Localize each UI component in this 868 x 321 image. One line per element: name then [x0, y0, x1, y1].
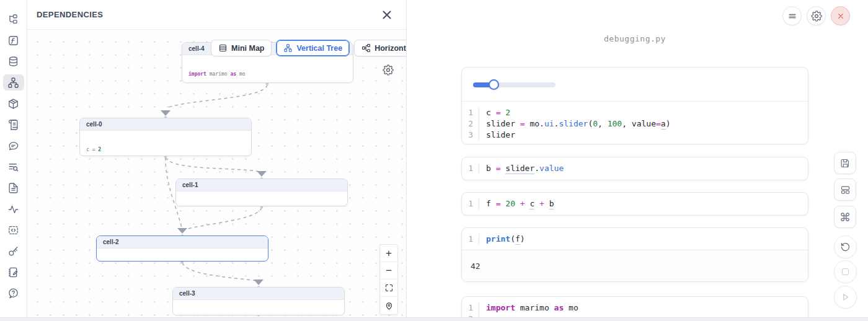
hamburger-menu-icon [787, 11, 797, 21]
code-line: 1print(f) [462, 234, 808, 245]
code-line: 2slider = mo.ui.slider(0, 100, value=a) [462, 118, 808, 130]
cell-output-slider [462, 68, 808, 102]
edge-cell2-cell3 [182, 263, 255, 281]
packages-icon[interactable] [3, 95, 24, 112]
close-icon [383, 11, 391, 19]
graph-settings-button[interactable] [381, 63, 396, 77]
plus-icon: + [386, 247, 392, 260]
graph-node-cell-1[interactable]: cell-1 b = slider.value [175, 178, 348, 206]
graph-code-line: c = 2 [86, 147, 245, 153]
mini-map-button[interactable]: Mini Map [211, 40, 272, 56]
stop-icon [842, 268, 849, 275]
graph-node-title: cell-3 [173, 288, 344, 300]
marimo-app: DEPENDENCIES [0, 0, 868, 321]
bottom-edge-strip [0, 317, 868, 321]
gear-icon [383, 64, 394, 76]
undo-icon [840, 242, 851, 252]
logs-scroll-icon[interactable] [3, 117, 24, 133]
graph-node-cell-3[interactable]: cell-3 print(f) [172, 287, 345, 315]
zoom-out-button[interactable]: − [380, 262, 397, 279]
graph-code-line: import marimo as mo [188, 71, 347, 77]
activity-icon[interactable] [3, 201, 24, 217]
undo-button[interactable] [834, 235, 857, 258]
fit-view-button[interactable] [380, 279, 397, 297]
code-editor[interactable]: 1f = 20 + c + b [462, 193, 808, 214]
documentation-icon[interactable] [3, 180, 24, 196]
save-icon [840, 158, 851, 169]
line-number: 1 [462, 234, 479, 245]
notebook-cell-slider[interactable]: 1c = 2 2slider = mo.ui.slider(0, 100, va… [461, 67, 808, 144]
close-panel-button[interactable] [380, 8, 394, 22]
slider-widget[interactable] [473, 79, 556, 90]
graph-node-title: cell-2 [97, 236, 268, 248]
code-line: 1c = 2 [462, 107, 808, 118]
vertical-tree-button[interactable]: Vertical Tree [276, 40, 350, 56]
scratchpad-icon[interactable] [3, 264, 24, 280]
center-node-button[interactable] [380, 297, 397, 314]
minus-icon: − [386, 265, 392, 277]
help-icon[interactable] [3, 285, 24, 301]
line-number: 1 [462, 198, 479, 209]
notebook-cell-b[interactable]: 1b = slider.value [461, 157, 808, 180]
line-number: 1 [462, 163, 479, 174]
line-number: 1 [462, 302, 479, 314]
zoom-in-button[interactable]: + [380, 245, 397, 262]
cell-console-output: 42 [462, 250, 808, 282]
notebook-filename[interactable]: debugging.py [461, 34, 808, 43]
file-tree-icon[interactable] [3, 11, 24, 27]
close-x-icon [836, 11, 846, 21]
horizontal-tree-icon [361, 43, 371, 53]
edge-cell4-cell0 [167, 85, 267, 108]
notebook-settings-button[interactable] [807, 6, 826, 25]
slider-handle[interactable] [489, 79, 499, 90]
line-number: 2 [462, 118, 479, 130]
notebook-actions [782, 6, 850, 25]
gear-icon [811, 11, 822, 22]
edge-cell0-cell1 [166, 157, 260, 172]
database-icon[interactable] [3, 53, 24, 69]
chat-icon[interactable] [3, 138, 24, 154]
notebook-menu-button[interactable] [782, 6, 802, 25]
vertical-tree-icon [283, 43, 293, 53]
shutdown-button[interactable] [831, 6, 850, 25]
location-pin-icon [384, 301, 394, 310]
code-editor[interactable]: 1c = 2 2slider = mo.ui.slider(0, 100, va… [462, 102, 808, 144]
edge-cell1-cell2 [186, 208, 262, 229]
notebook-area: debugging.py 1c = 2 2slider = mo.ui.slid… [407, 0, 868, 321]
layout-toggle-button[interactable] [834, 178, 856, 201]
command-icon: ⌘ [839, 211, 851, 224]
dependency-graph-canvas[interactable]: cell-4 import marimo as mo a = 20 cell-0… [27, 30, 406, 321]
graph-node-cell-2-selected[interactable]: cell-2 f = 20 + c + b [96, 235, 268, 262]
graph-zoom-controls: + − [379, 244, 398, 315]
left-icon-rail [0, 0, 27, 321]
code-line: 1import marimo as mo [462, 302, 808, 314]
code-line: 1b = slider.value [462, 163, 808, 174]
code-editor[interactable]: 1print(f) [462, 228, 808, 250]
line-number: 3 [462, 130, 479, 141]
horizontal-tree-button[interactable]: Horizontal Tree [354, 40, 406, 56]
functions-icon[interactable] [3, 32, 24, 48]
notebook-cell-print[interactable]: 1print(f) 42 [461, 227, 808, 282]
secrets-key-icon[interactable] [3, 243, 24, 259]
graph-view-toolbar: Mini Map Vertical Tree Horizontal Tree [211, 40, 406, 56]
layout-icon [840, 185, 851, 195]
code-line: 1f = 20 + c + b [462, 198, 808, 209]
mini-map-icon [218, 43, 228, 53]
snippets-icon[interactable] [3, 222, 24, 238]
code-editor[interactable]: 1b = slider.value [462, 157, 808, 179]
fit-view-icon [384, 283, 394, 292]
save-button[interactable] [834, 152, 856, 174]
graph-node-cell-0[interactable]: cell-0 c = 2 slider = mo.ui.slider(0, 10… [79, 118, 252, 156]
code-line: 3slider [462, 130, 808, 141]
dependencies-panel: DEPENDENCIES [27, 0, 407, 321]
run-button[interactable] [834, 286, 857, 309]
graph-node-title: cell-0 [80, 118, 251, 131]
dependencies-icon[interactable] [3, 74, 24, 90]
play-icon [840, 292, 851, 302]
trace-search-icon[interactable] [3, 159, 24, 175]
stop-button[interactable] [834, 260, 857, 283]
line-number: 1 [462, 107, 479, 118]
notebook-cell-f[interactable]: 1f = 20 + c + b [461, 192, 808, 216]
keyboard-shortcuts-button[interactable]: ⌘ [834, 206, 856, 228]
graph-node-title: cell-1 [176, 179, 347, 191]
